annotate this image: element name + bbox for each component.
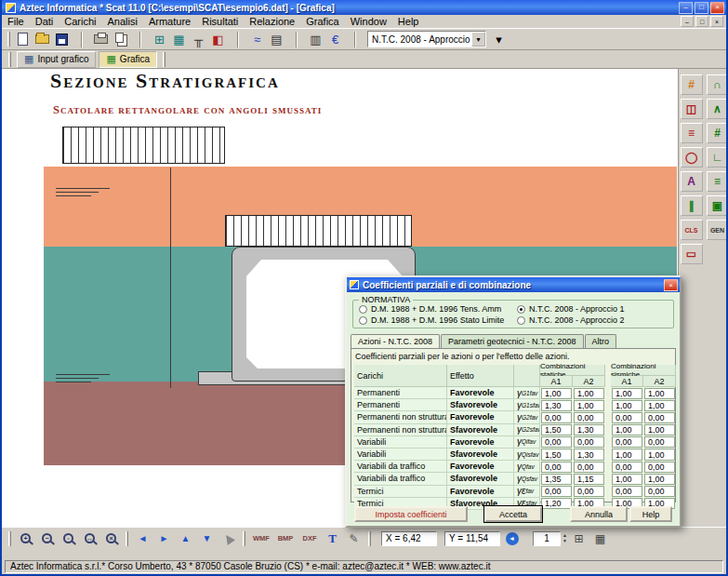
coefficient-input[interactable]: 1,00 [644,400,675,411]
cls-button[interactable]: CLS [681,220,703,240]
dialog-tab[interactable]: Altro [585,334,617,348]
coefficient-input[interactable]: 0,00 [541,462,572,473]
geometry-icon[interactable]: ⊞ [150,30,169,48]
mdi-close-button[interactable]: × [710,16,723,27]
pan-up-icon[interactable]: ▲ [176,529,195,548]
coefficient-input[interactable]: 0,00 [541,412,572,423]
open-file-icon[interactable] [33,30,52,48]
close-button[interactable]: × [710,2,724,14]
angle-green-icon[interactable]: ∟ [707,147,728,167]
loads-icon[interactable]: ╥ [189,30,208,48]
pan-hand-icon[interactable] [218,529,238,548]
sheet-layout-icon[interactable]: ▦ [590,529,610,548]
coefficient-input[interactable]: 1,15 [574,474,604,485]
menu-item[interactable]: Grafica [300,15,344,28]
diagram-icon[interactable]: ◧ [208,30,228,48]
chart-icon[interactable]: ≈ [247,30,267,48]
menu-item[interactable]: Help [392,15,425,28]
frame-orange-icon[interactable]: # [681,74,703,95]
detail-red-icon[interactable]: ▭ [681,244,703,264]
dialog-close-button[interactable]: × [664,279,678,291]
coefficient-input[interactable]: 1,30 [541,400,572,411]
portal-green-icon[interactable]: ∩ [707,74,728,95]
coefficient-input[interactable]: 0,00 [541,436,572,448]
coefficient-input[interactable]: 1,00 [644,474,675,485]
results-icon[interactable]: ▤ [267,30,286,48]
bmp-export-button[interactable]: BMP [274,529,297,548]
coefficient-input[interactable]: 0,00 [612,462,642,473]
normativa-radio[interactable]: N.T.C. 2008 - Approccio 1 [517,304,668,314]
section-red-icon[interactable]: ◫ [681,99,703,119]
coefficient-input[interactable]: 0,00 [574,486,604,497]
menu-item[interactable]: File [2,15,30,28]
tab-input-grafico[interactable]: ▦ Input grafico [17,51,96,68]
print-icon[interactable] [91,30,111,48]
gen-button[interactable]: GEN [707,220,728,240]
menu-item[interactable]: Armature [143,15,196,28]
box-green-icon[interactable]: ▣ [707,195,728,216]
dialog-tab[interactable]: Azioni - N.T.C. 2008 [351,334,440,349]
radio-icon[interactable] [517,316,525,325]
mesh-icon[interactable]: ▦ [169,30,189,48]
zoom-out-icon[interactable]: − [37,529,57,548]
coefficient-input[interactable]: 0,00 [574,462,604,473]
dialog-title-bar[interactable]: Coefficienti parziali e di combinazione … [347,277,680,292]
coefficient-input[interactable]: 0,00 [644,486,675,497]
normativa-radio[interactable]: N.T.C. 2008 - Approccio 2 [517,315,668,325]
radio-icon[interactable] [359,316,367,325]
zoom-window-icon[interactable]: ▫ [59,529,78,548]
grid-toggle-icon[interactable]: ⊞ [569,529,589,548]
normativa-combo[interactable]: N.T.C. 2008 - Approccio 1 ▾ [367,31,486,47]
grid-green-icon[interactable]: # [707,123,728,143]
previous-view-button[interactable]: ◄ [502,529,522,548]
zoom-extents-icon[interactable]: × [101,529,121,548]
coefficient-input[interactable]: 1,00 [574,400,604,411]
annulla-button[interactable]: Annulla [570,506,628,522]
normativa-radio[interactable]: D.M. 1988 + D.M. 1996 Stato Limite [359,315,517,325]
imposta-coefficienti-button[interactable]: Imposta coefficienti [354,506,468,522]
oval-red-icon[interactable]: ◯ [681,147,703,167]
coefficient-input[interactable]: 1,00 [644,424,675,435]
coefficient-input[interactable]: 1,50 [541,449,572,460]
pen-icon[interactable]: ✎ [344,529,364,548]
menu-item[interactable]: Relazione [244,15,300,28]
toolbar-more-button[interactable]: ▾ [489,30,509,48]
radio-icon[interactable] [517,305,525,314]
accetta-button[interactable]: Accetta [484,506,542,522]
menu-item[interactable]: Carichi [59,15,101,28]
coefficient-input[interactable]: 0,00 [541,486,572,497]
coefficient-input[interactable]: 1,00 [644,449,675,460]
coefficient-input[interactable]: 1,00 [612,388,642,399]
copy-icon[interactable] [111,30,130,48]
coefficient-input[interactable]: 1,30 [574,424,604,435]
coefficient-input[interactable]: 1,35 [541,474,572,485]
menu-item[interactable]: Window [345,15,392,28]
coefficient-input[interactable]: 1,00 [612,400,642,411]
menu-item[interactable]: Risultati [196,15,244,28]
pan-right-icon[interactable]: ► [154,529,174,548]
rebar-green-icon[interactable]: ∥ [681,195,703,216]
hatch-red-icon[interactable]: ≡ [681,123,703,143]
coefficient-input[interactable]: 1,00 [574,388,604,399]
pan-left-icon[interactable]: ◄ [133,529,152,548]
coefficient-input[interactable]: 1,00 [612,474,642,485]
maximize-button[interactable]: □ [695,2,708,14]
coefficient-input[interactable]: 0,00 [644,436,675,448]
report-icon[interactable]: ▥ [306,30,325,48]
pan-down-icon[interactable]: ▼ [197,529,217,548]
menu-item[interactable]: Analisi [102,15,143,28]
menu-item[interactable]: Dati [30,15,60,28]
coefficient-input[interactable]: 1,00 [644,388,675,399]
coefficient-input[interactable]: 0,00 [644,462,675,473]
dxf-export-button[interactable]: DXF [298,529,321,548]
coefficient-input[interactable]: 1,30 [574,449,604,460]
zoom-in-icon[interactable]: + [16,529,35,548]
coefficient-input[interactable]: 0,00 [574,436,604,448]
normativa-radio[interactable]: D.M. 1988 + D.M. 1996 Tens. Amm [359,304,517,314]
coefficient-input[interactable]: 0,00 [644,412,675,423]
radio-icon[interactable] [359,305,367,314]
coefficient-input[interactable]: 0,00 [612,486,642,497]
page-spinner[interactable]: ▲ ▼ [563,533,567,543]
coefficient-input[interactable]: 0,00 [612,412,642,423]
coefficient-input[interactable]: 1,50 [541,424,572,435]
